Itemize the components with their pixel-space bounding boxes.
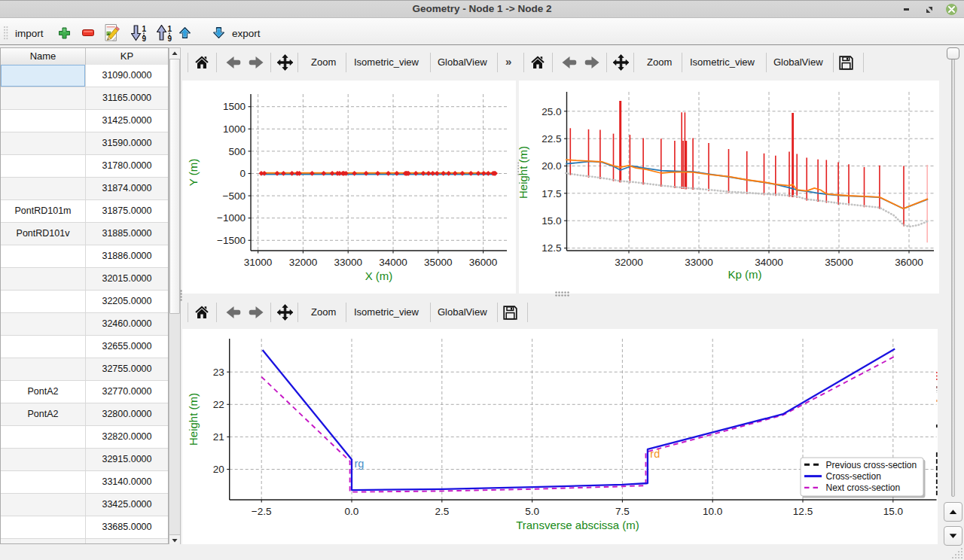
svg-text:36000: 36000 xyxy=(895,257,923,268)
svg-text:20.0: 20.0 xyxy=(541,160,561,172)
svg-text:−1500: −1500 xyxy=(217,235,246,246)
svg-text:Y (m): Y (m) xyxy=(187,159,200,186)
svg-text:32000: 32000 xyxy=(615,257,643,268)
svg-text:Cross-section: Cross-section xyxy=(826,471,881,482)
svg-text:rd: rd xyxy=(650,448,660,460)
svg-text:0.0: 0.0 xyxy=(345,506,359,517)
svg-text:17.5: 17.5 xyxy=(541,188,561,199)
svg-text:31000: 31000 xyxy=(244,257,273,268)
svg-text:33000: 33000 xyxy=(685,257,713,268)
svg-text:22: 22 xyxy=(213,399,224,410)
svg-text:5.0: 5.0 xyxy=(525,506,539,517)
svg-text:21: 21 xyxy=(213,431,224,443)
svg-text:1000: 1000 xyxy=(223,123,246,135)
svg-text:33000: 33000 xyxy=(334,257,362,268)
svg-text:15.0: 15.0 xyxy=(883,506,903,517)
svg-text:35000: 35000 xyxy=(424,257,453,268)
svg-text:1: 1 xyxy=(142,25,147,33)
svg-text:X (m): X (m) xyxy=(365,269,393,282)
svg-text:Next cross-section: Next cross-section xyxy=(826,482,901,493)
svg-text:32000: 32000 xyxy=(289,257,318,268)
svg-text:9: 9 xyxy=(142,35,147,42)
svg-text:34000: 34000 xyxy=(755,257,783,268)
svg-text:9: 9 xyxy=(168,35,172,42)
svg-text:2.5: 2.5 xyxy=(435,506,449,517)
svg-text:7.5: 7.5 xyxy=(615,506,630,517)
svg-text:−2.5: −2.5 xyxy=(252,506,272,517)
svg-text:Transverse abscissa (m): Transverse abscissa (m) xyxy=(516,519,639,531)
svg-text:1: 1 xyxy=(168,25,172,33)
svg-text:500: 500 xyxy=(228,146,246,157)
svg-text:12.5: 12.5 xyxy=(541,242,561,254)
svg-text:12.5: 12.5 xyxy=(793,506,813,517)
svg-text:−500: −500 xyxy=(223,190,246,202)
svg-text:35000: 35000 xyxy=(825,257,853,268)
svg-text:0: 0 xyxy=(239,168,246,179)
svg-text:25.0: 25.0 xyxy=(541,106,561,117)
svg-text:1500: 1500 xyxy=(223,101,246,112)
svg-text:Height (m): Height (m) xyxy=(519,146,529,199)
svg-text:Height (m): Height (m) xyxy=(187,393,200,446)
svg-text:Kp (m): Kp (m) xyxy=(728,268,762,281)
svg-text:rg: rg xyxy=(354,458,364,470)
svg-text:Previous cross-section: Previous cross-section xyxy=(826,460,917,470)
svg-text:20: 20 xyxy=(213,464,224,475)
svg-text:34000: 34000 xyxy=(379,257,407,268)
svg-text:10.0: 10.0 xyxy=(703,506,722,517)
svg-text:22.5: 22.5 xyxy=(541,133,561,145)
svg-text:15.0: 15.0 xyxy=(541,215,561,227)
svg-text:36000: 36000 xyxy=(469,257,498,268)
svg-text:23: 23 xyxy=(213,367,224,378)
svg-text:−1000: −1000 xyxy=(217,212,246,224)
